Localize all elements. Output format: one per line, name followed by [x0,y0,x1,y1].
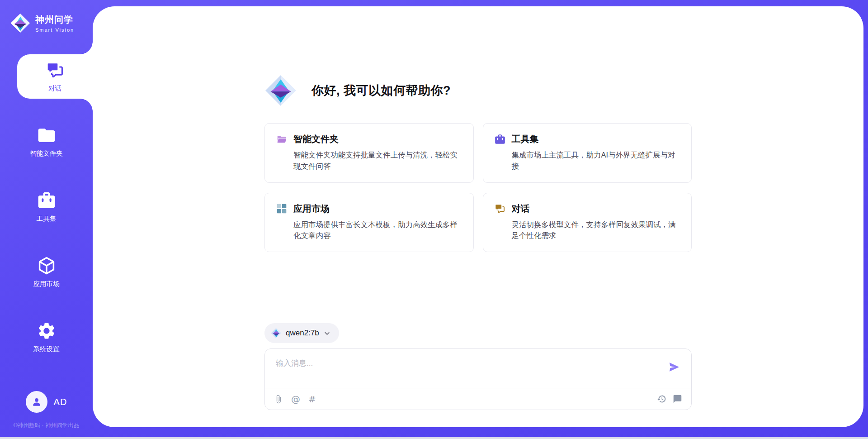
main-panel: 你好, 我可以如何帮助你? 智能文件夹 智能文件夹功能支持批量文件上传与清洗，轻… [93,6,863,427]
card-description: 智能文件夹功能支持批量文件上传与清洗，轻松实现文件问答 [276,149,462,172]
sidebar-item-label: 系统设置 [33,345,60,353]
chat-icon [494,203,506,215]
brand-logo-icon [10,13,31,33]
greeting: 你好, 我可以如何帮助你? [264,74,692,107]
toolbox-icon [494,134,506,145]
chevron-down-icon [323,329,331,337]
sidebar-item-label: 应用市场 [33,280,60,288]
sidebar-item-toolset[interactable]: 工具集 [0,185,93,229]
composer-toolbar-right [657,394,682,404]
window-bottom-edge [0,437,868,439]
sidebar: 神州问学 Smart Vision 对话 智能文件夹 工具集 [0,0,93,437]
send-button[interactable] [668,361,680,373]
model-logo-icon [271,328,282,339]
card-title: 应用市场 [293,203,330,215]
attach-button[interactable] [274,395,283,404]
card-description: 应用市场提供丰富长文本模板，助力高效生成多样化文章内容 [276,219,462,242]
send-icon [668,361,680,373]
at-icon: @ [291,394,300,405]
sidebar-item-label: 对话 [48,84,61,93]
card-app-market[interactable]: 应用市场 应用市场提供丰富长文本模板，助力高效生成多样化文章内容 [264,193,474,253]
card-description: 集成市场上主流工具，助力AI与外界无缝扩展与对接 [494,149,681,172]
history-icon [657,394,666,404]
greeting-logo-icon [264,74,297,107]
sidebar-footer: ©神州数码 · 神州问学出品 [0,422,93,429]
sidebar-spacer [0,359,93,391]
user-account[interactable]: AD [0,391,93,413]
gear-icon [37,321,57,341]
card-title: 对话 [512,203,530,215]
card-smart-folder[interactable]: 智能文件夹 智能文件夹功能支持批量文件上传与清洗，轻松实现文件问答 [264,123,474,183]
model-selector[interactable]: qwen2:7b [264,323,339,343]
card-description: 灵活切换多模型文件，支持多样回复效果调试，满足个性化需求 [494,219,681,242]
sidebar-item-settings[interactable]: 系统设置 [0,315,93,359]
user-icon [31,396,42,408]
hash-button[interactable]: # [308,394,316,405]
folder-open-icon [276,134,288,145]
sidebar-item-app-market[interactable]: 应用市场 [0,250,93,294]
sidebar-nav: 对话 智能文件夹 工具集 应用市场 [0,54,93,359]
message-input[interactable] [265,349,691,388]
brand-subtitle: Smart Vision [35,27,74,33]
card-title: 工具集 [512,133,539,145]
chat-icon [45,60,65,80]
hash-icon: # [308,394,316,405]
cube-icon [37,256,57,276]
user-label: AD [54,397,67,407]
history-button[interactable] [657,394,666,404]
feature-cards: 智能文件夹 智能文件夹功能支持批量文件上传与清洗，轻松实现文件问答 工具集 集成… [264,123,692,252]
card-toolset[interactable]: 工具集 集成市场上主流工具，助力AI与外界无缝扩展与对接 [483,123,692,183]
mention-button[interactable]: @ [291,394,300,405]
feedback-button[interactable] [673,394,682,404]
folder-icon [37,125,57,145]
card-chat[interactable]: 对话 灵活切换多模型文件，支持多样回复效果调试，满足个性化需求 [483,193,692,253]
paperclip-icon [274,395,283,404]
avatar [26,391,47,413]
sidebar-item-smart-folder[interactable]: 智能文件夹 [0,119,93,164]
main-content: 你好, 我可以如何帮助你? 智能文件夹 智能文件夹功能支持批量文件上传与清洗，轻… [264,6,692,427]
greeting-text: 你好, 我可以如何帮助你? [311,82,451,99]
composer-toolbar: @ # [265,388,691,410]
sidebar-item-chat[interactable]: 对话 [17,54,93,99]
brand-title: 神州问学 [35,14,74,26]
brand: 神州问学 Smart Vision [0,0,93,39]
sidebar-item-label: 工具集 [37,215,57,223]
chat-bubble-icon [673,394,682,404]
card-title: 智能文件夹 [293,133,339,145]
grid-cube-icon [276,203,288,215]
toolbox-icon [37,191,57,210]
message-composer: @ # [264,348,692,410]
content-spacer [264,252,692,323]
sidebar-item-label: 智能文件夹 [30,149,63,158]
model-name: qwen2:7b [286,329,319,338]
